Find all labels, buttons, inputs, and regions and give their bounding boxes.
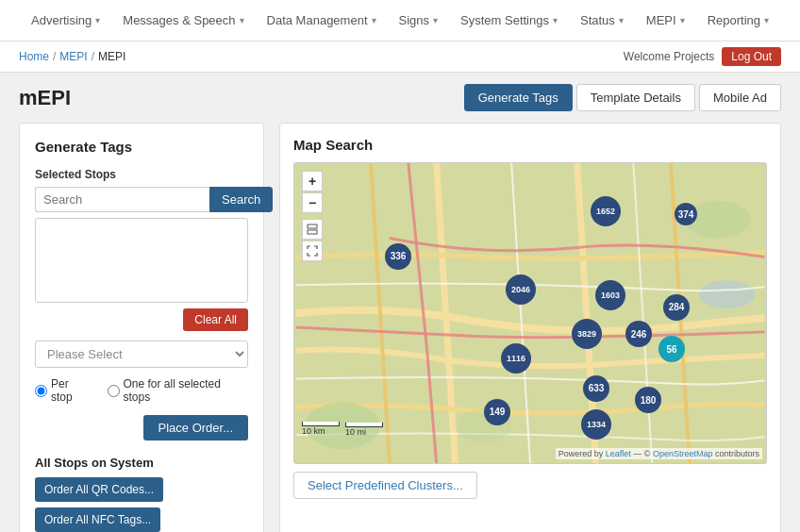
all-stops-section: All Stops on System Order All QR Codes..…: [35, 456, 248, 532]
nav-item-advertising: Advertising ▾: [20, 0, 111, 42]
map-search-title: Map Search: [293, 137, 767, 153]
nav-link-messages-speech[interactable]: Messages & Speech ▾: [111, 0, 255, 42]
search-input[interactable]: [35, 187, 209, 212]
selected-stops-label: Selected Stops: [35, 168, 248, 181]
nav-item-data-management: Data Management ▾: [256, 0, 388, 42]
map-attribution: Powered by Leaflet — © OpenStreetMap con…: [556, 448, 762, 459]
breadcrumb-separator: /: [53, 50, 56, 63]
osm-link[interactable]: OpenStreetMap: [653, 449, 713, 458]
breadcrumb: Home/MEPI/MEPI: [19, 50, 125, 63]
map-layers-button[interactable]: [302, 219, 323, 240]
svg-rect-6: [308, 230, 317, 234]
right-panel: Map Search: [279, 123, 781, 532]
nav-arrow: ▾: [619, 0, 624, 42]
map-container[interactable]: + − 336374165220461603284382924656111663…: [293, 162, 767, 464]
breadcrumb-current: MEPI: [98, 50, 125, 63]
order-all-nfc-button[interactable]: Order All NFC Tags...: [35, 507, 160, 532]
logout-button[interactable]: Log Out: [722, 47, 781, 66]
nav-item-system-settings: System Settings ▾: [449, 0, 569, 42]
page-header: mEPI Generate TagsTemplate DetailsMobile…: [0, 73, 800, 123]
order-all-qr-button[interactable]: Order All QR Codes...: [35, 477, 163, 502]
all-stops-title: All Stops on System: [35, 456, 248, 470]
welcome-area: Welcome Projects Log Out: [624, 47, 781, 66]
order-type-dropdown[interactable]: Please Select: [35, 341, 248, 368]
radio-input-one-for-all[interactable]: [108, 385, 120, 397]
svg-point-3: [685, 201, 751, 239]
nav-item-messages-speech: Messages & Speech ▾: [111, 0, 255, 42]
header-buttons: Generate TagsTemplate DetailsMobile Ad: [464, 84, 781, 111]
nav-arrow: ▾: [372, 0, 376, 42]
attribution-contributors: contributors: [712, 449, 759, 458]
all-stops-buttons: Order All QR Codes... Order All NFC Tags…: [35, 477, 248, 532]
radio-options: Per stop One for all selected stops: [35, 377, 248, 404]
nav-item-signs: Signs ▾: [388, 0, 450, 42]
map-controls: + −: [302, 171, 323, 261]
page-title: mEPI: [19, 86, 71, 110]
breadcrumb-separator: /: [92, 50, 94, 63]
nav-link-mepi[interactable]: MEPI ▾: [635, 0, 696, 42]
nav-link-status[interactable]: Status ▾: [569, 0, 635, 42]
radio-label-per-stop[interactable]: Per stop: [35, 377, 92, 404]
nav-link-advertising[interactable]: Advertising ▾: [20, 0, 111, 42]
place-order-button[interactable]: Place Order...: [143, 415, 248, 441]
main-content: Generate Tags Selected Stops Search Clea…: [0, 123, 800, 532]
svg-point-4: [456, 408, 512, 442]
header-button-generate-tags[interactable]: Generate Tags: [464, 84, 573, 111]
map-background: [294, 163, 766, 463]
svg-rect-5: [308, 224, 317, 228]
search-button[interactable]: Search: [209, 187, 273, 212]
nav-link-data-management[interactable]: Data Management ▾: [256, 0, 388, 42]
nav-arrow: ▾: [764, 0, 769, 42]
zoom-out-button[interactable]: −: [302, 192, 323, 213]
header-button-template-details[interactable]: Template Details: [576, 84, 695, 111]
map-scale: 10 km 10 mi: [302, 421, 383, 437]
breadcrumb-link-1[interactable]: MEPI: [59, 50, 87, 63]
leaflet-link[interactable]: Leaflet: [606, 449, 631, 458]
radio-label-one-for-all[interactable]: One for all selected stops: [108, 377, 248, 404]
attribution-powered: Powered by: [558, 449, 606, 458]
breadcrumb-link-0[interactable]: Home: [19, 50, 49, 63]
welcome-text: Welcome Projects: [624, 50, 714, 63]
nav-link-system-settings[interactable]: System Settings ▾: [449, 0, 569, 42]
nav-arrow: ▾: [680, 0, 685, 42]
clear-all-button[interactable]: Clear All: [183, 308, 248, 331]
svg-point-1: [699, 280, 756, 308]
nav-link-signs[interactable]: Signs ▾: [388, 0, 450, 42]
map-fullscreen-button[interactable]: [302, 241, 323, 261]
top-nav: Advertising ▾Messages & Speech ▾Data Man…: [0, 0, 800, 42]
radio-input-per-stop[interactable]: [35, 385, 47, 397]
select-clusters-button[interactable]: Select Predefined Clusters...: [293, 472, 477, 499]
nav-item-reporting: Reporting ▾: [696, 0, 780, 42]
nav-arrow: ▾: [433, 0, 438, 42]
stops-list: [35, 218, 248, 303]
breadcrumb-bar: Home/MEPI/MEPI Welcome Projects Log Out: [0, 42, 800, 73]
generate-tags-title: Generate Tags: [35, 139, 248, 155]
zoom-in-button[interactable]: +: [302, 171, 323, 191]
left-panel: Generate Tags Selected Stops Search Clea…: [19, 123, 264, 532]
nav-item-status: Status ▾: [569, 0, 635, 42]
nav-arrow: ▾: [95, 0, 100, 42]
search-row: Search: [35, 187, 248, 212]
header-button-mobile-ad[interactable]: Mobile Ad: [699, 84, 781, 111]
nav-arrow: ▾: [240, 0, 244, 42]
nav-item-mepi: MEPI ▾: [635, 0, 696, 42]
nav-link-reporting[interactable]: Reporting ▾: [696, 0, 780, 42]
nav-arrow: ▾: [553, 0, 558, 42]
